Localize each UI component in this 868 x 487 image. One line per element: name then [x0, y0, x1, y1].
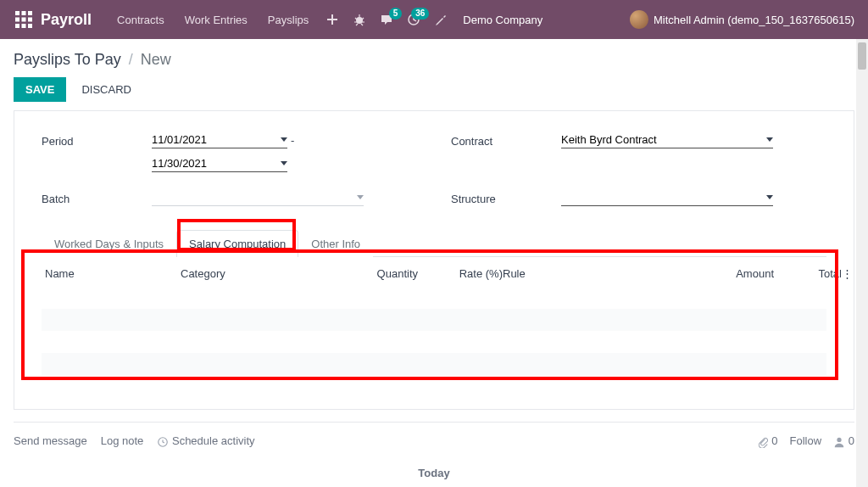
col-amount[interactable]: Amount	[672, 267, 774, 280]
period-dash: -	[287, 134, 298, 147]
messages-icon[interactable]: 5	[373, 13, 400, 26]
period-from[interactable]	[152, 132, 287, 148]
tab-salary-computation[interactable]: Salary Computation	[176, 230, 298, 257]
col-quantity[interactable]: Quantity	[316, 267, 418, 280]
activities-badge: 36	[411, 8, 429, 20]
tab-worked-days[interactable]: Worked Days & Inputs	[42, 230, 176, 257]
chevron-down-icon	[281, 137, 287, 142]
clock-icon	[157, 436, 169, 448]
activities-icon[interactable]: 36	[400, 13, 427, 26]
avatar	[630, 10, 648, 29]
attachments[interactable]: 0	[757, 434, 778, 448]
log-note[interactable]: Log note	[101, 434, 144, 447]
user-menu[interactable]: Mitchell Admin (demo_150_1637650615)	[623, 10, 861, 29]
followers[interactable]: 0	[833, 434, 854, 448]
app-brand[interactable]: Payroll	[41, 11, 92, 29]
col-rule[interactable]: Rule	[503, 267, 672, 280]
field-period: Period -	[42, 132, 417, 172]
chevron-down-icon	[766, 137, 773, 142]
user-name: Mitchell Admin (demo_150_1637650615)	[654, 14, 854, 26]
col-rate[interactable]: Rate (%)	[418, 267, 503, 280]
person-icon	[833, 436, 845, 448]
structure-input[interactable]	[561, 191, 763, 204]
nav-contracts[interactable]: Contracts	[107, 14, 175, 26]
form-sheet: Period -	[14, 110, 854, 410]
salary-table: Name Category Quantity Rate (%) Rule Amo…	[42, 260, 826, 375]
svg-rect-4	[22, 18, 26, 22]
label-structure: Structure	[451, 189, 561, 205]
period-to[interactable]	[152, 155, 287, 172]
table-row	[42, 331, 826, 353]
table-row	[42, 309, 826, 331]
svg-rect-6	[15, 24, 19, 28]
batch-select[interactable]	[152, 189, 364, 206]
table-row	[42, 353, 826, 375]
save-button[interactable]: SAVE	[14, 77, 66, 102]
field-batch: Batch	[42, 189, 417, 206]
paperclip-icon	[757, 436, 769, 448]
contract-select[interactable]	[561, 132, 773, 148]
col-category[interactable]: Category	[181, 267, 316, 280]
table-row	[42, 287, 826, 309]
bug-icon[interactable]	[346, 13, 373, 26]
send-message[interactable]: Send message	[14, 434, 87, 447]
breadcrumb-parent[interactable]: Payslips To Pay	[14, 51, 121, 68]
control-panel: Payslips To Pay / New SAVE DISCARD	[0, 39, 868, 110]
scroll-thumb[interactable]	[858, 42, 866, 70]
svg-point-9	[356, 17, 363, 24]
contract-input[interactable]	[561, 133, 763, 146]
chatter: Send message Log note Schedule activity …	[14, 422, 854, 460]
col-total[interactable]: Total	[774, 267, 842, 280]
breadcrumb-sep: /	[125, 51, 136, 68]
chevron-down-icon	[357, 195, 364, 199]
follow-button[interactable]: Follow	[790, 434, 822, 447]
field-structure: Structure	[451, 189, 826, 206]
tab-other-info[interactable]: Other Info	[298, 230, 373, 257]
svg-rect-3	[15, 18, 19, 22]
svg-rect-5	[28, 18, 32, 22]
field-contract: Contract	[451, 132, 826, 172]
scrollbar[interactable]	[856, 39, 868, 487]
schedule-activity[interactable]: Schedule activity	[157, 434, 254, 448]
breadcrumb-current: New	[141, 51, 171, 68]
period-from-input[interactable]	[152, 133, 277, 146]
table-header: Name Category Quantity Rate (%) Rule Amo…	[42, 260, 826, 287]
svg-rect-1	[22, 11, 26, 15]
label-contract: Contract	[451, 132, 561, 148]
period-to-input[interactable]	[152, 157, 277, 170]
svg-rect-7	[22, 24, 26, 28]
nav-payslips[interactable]: Payslips	[258, 14, 319, 26]
tabbar: Worked Days & Inputs Salary Computation …	[42, 230, 826, 257]
svg-rect-0	[15, 11, 19, 15]
plus-icon[interactable]	[319, 13, 346, 26]
nav-work-entries[interactable]: Work Entries	[175, 14, 258, 26]
svg-point-12	[837, 437, 842, 441]
svg-rect-2	[28, 11, 32, 15]
batch-input[interactable]	[152, 191, 353, 204]
svg-rect-8	[28, 24, 32, 28]
label-batch: Batch	[42, 189, 152, 205]
structure-select[interactable]	[561, 189, 773, 206]
col-name[interactable]: Name	[45, 267, 181, 280]
tools-icon[interactable]	[427, 13, 454, 26]
company-name[interactable]: Demo Company	[454, 14, 551, 26]
today-separator: Today	[14, 460, 854, 479]
chevron-down-icon	[766, 195, 773, 199]
discard-button[interactable]: DISCARD	[78, 77, 135, 102]
label-period: Period	[42, 132, 152, 148]
breadcrumb: Payslips To Pay / New	[14, 51, 854, 69]
chevron-down-icon	[281, 161, 287, 165]
topbar: Payroll Contracts Work Entries Payslips …	[0, 0, 868, 39]
apps-icon[interactable]	[15, 11, 32, 28]
